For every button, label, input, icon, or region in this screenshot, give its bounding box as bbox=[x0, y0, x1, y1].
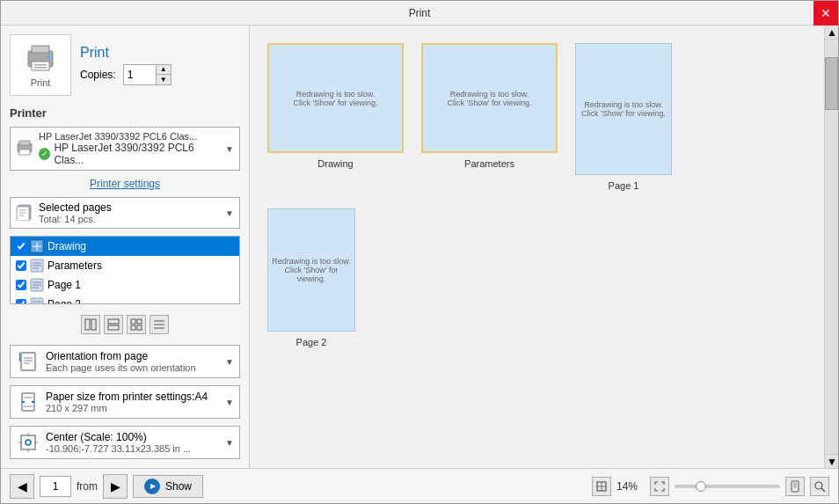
page-label-page1: Page 1 bbox=[47, 279, 81, 291]
title-bar-title: Print bbox=[409, 7, 431, 19]
preview-parameters-inner: Redrawing is too slow.Click 'Show' for v… bbox=[421, 43, 558, 153]
page-label-page2: Page 2 bbox=[47, 298, 81, 304]
svg-rect-11 bbox=[17, 207, 29, 221]
print-title: Print bbox=[80, 45, 171, 61]
preview-drawing-label: Drawing bbox=[317, 158, 353, 169]
printer-dropdown-arrow: ▼ bbox=[225, 144, 234, 154]
svg-point-5 bbox=[47, 55, 50, 59]
preview-scroll[interactable]: Redrawing is too slow.Click 'Show' for v… bbox=[250, 26, 824, 468]
page-checkbox-parameters[interactable] bbox=[16, 260, 26, 271]
orientation-text: Orientation from page Each page uses its… bbox=[46, 350, 220, 373]
svg-rect-32 bbox=[108, 319, 119, 324]
orientation-sub: Each page uses its own orientation bbox=[46, 362, 220, 373]
selected-pages-header[interactable]: Selected pages Total: 14 pcs. ▼ bbox=[10, 197, 240, 229]
copies-up-arrow[interactable]: ▲ bbox=[157, 65, 171, 75]
center-icon bbox=[16, 430, 40, 455]
svg-point-56 bbox=[26, 440, 31, 445]
zoom-fit-button[interactable] bbox=[592, 477, 611, 496]
preview-page2-inner: Redrawing is too slow.Click 'Show' for v… bbox=[267, 208, 355, 332]
preview-area: Redrawing is too slow.Click 'Show' for v… bbox=[250, 26, 824, 365]
page-checkbox-page1[interactable] bbox=[16, 280, 26, 290]
close-button[interactable]: ✕ bbox=[813, 1, 838, 26]
zoom-percent: 14% bbox=[616, 480, 645, 493]
center-option[interactable]: Center (Scale: 100%) -10.906;-7.727 33.1… bbox=[10, 426, 240, 459]
zoom-slider[interactable] bbox=[675, 485, 780, 488]
selected-pages-title-label: Selected pages bbox=[39, 201, 220, 214]
main-content: Print Print Copies: ▲ ▼ bbox=[1, 26, 838, 468]
zoom-slider-thumb[interactable] bbox=[696, 481, 706, 492]
svg-rect-33 bbox=[108, 325, 119, 330]
printer-selector-icon bbox=[16, 139, 33, 159]
page-checkbox-drawing[interactable] bbox=[16, 241, 26, 252]
svg-rect-3 bbox=[34, 64, 47, 66]
page-number-input[interactable] bbox=[40, 476, 71, 497]
zoom-extend-button[interactable] bbox=[650, 477, 669, 496]
copies-down-arrow[interactable]: ▼ bbox=[157, 75, 171, 84]
printer-name: HP LaserJet 3390/3392 PCL6 Clas... bbox=[39, 131, 220, 142]
preview-page1-inner: Redrawing is too slow.Click 'Show' for v… bbox=[575, 43, 672, 175]
svg-rect-1 bbox=[32, 46, 49, 53]
page-checkbox-page2[interactable] bbox=[16, 299, 26, 304]
green-check-icon bbox=[39, 148, 50, 160]
center-svg bbox=[18, 432, 39, 453]
toolbar-row bbox=[10, 311, 240, 338]
svg-rect-51 bbox=[21, 435, 35, 449]
zoom-section: 14% bbox=[592, 477, 829, 496]
nav-prev-button[interactable]: ◀ bbox=[10, 474, 34, 499]
page1-icon bbox=[30, 278, 44, 292]
center-arrow: ▼ bbox=[225, 438, 234, 448]
svg-rect-41 bbox=[21, 353, 35, 370]
scrollbar-thumb[interactable] bbox=[825, 57, 838, 110]
paper-option[interactable]: Paper size from printer settings:A4 210 … bbox=[10, 385, 240, 419]
center-sub: -10.906;-7.727 33.11x23.385 in ... bbox=[46, 443, 220, 454]
show-button[interactable]: Show bbox=[133, 475, 203, 498]
paper-icon bbox=[16, 390, 40, 414]
zoom-page-icon bbox=[789, 480, 801, 493]
layout-icon-2 bbox=[107, 318, 120, 331]
title-bar: Print ✕ bbox=[1, 1, 838, 26]
zoom-slider-wrap bbox=[675, 485, 780, 488]
page2-icon bbox=[30, 297, 44, 304]
from-label: from bbox=[77, 480, 98, 493]
printer-sub-row: HP LaserJet 3390/3392 PCL6 Clas... bbox=[39, 142, 220, 166]
orientation-title: Orientation from page bbox=[46, 350, 220, 362]
printer-settings-link[interactable]: Printer settings bbox=[10, 178, 240, 190]
toolbar-btn-2[interactable] bbox=[104, 315, 123, 334]
svg-rect-2 bbox=[32, 62, 49, 70]
page-item-page1[interactable]: Page 1 bbox=[11, 275, 239, 295]
toolbar-btn-1[interactable] bbox=[81, 315, 100, 334]
scroll-down-button[interactable]: ▼ bbox=[825, 454, 838, 468]
toolbar-btn-3[interactable] bbox=[127, 315, 146, 334]
printer-selector[interactable]: HP LaserJet 3390/3392 PCL6 Clas... HP La… bbox=[10, 127, 240, 171]
svg-rect-35 bbox=[137, 319, 142, 324]
page-item-parameters[interactable]: Parameters bbox=[11, 256, 239, 275]
bottom-bar: ◀ from ▶ Show 14% bbox=[1, 468, 838, 503]
show-button-icon bbox=[144, 478, 160, 494]
preview-row-2: Redrawing is too slow.Click 'Show' for v… bbox=[267, 208, 806, 347]
svg-rect-36 bbox=[131, 325, 135, 330]
right-panel: Redrawing is too slow.Click 'Show' for v… bbox=[250, 26, 838, 468]
zoom-search-button[interactable] bbox=[810, 477, 829, 496]
page-item-drawing[interactable]: Drawing bbox=[11, 237, 239, 256]
copies-label: Copies: bbox=[80, 69, 116, 81]
svg-rect-34 bbox=[131, 319, 135, 324]
nav-next-button[interactable]: ▶ bbox=[103, 474, 128, 499]
orientation-option[interactable]: Orientation from page Each page uses its… bbox=[10, 345, 240, 378]
paper-sub: 210 x 297 mm bbox=[46, 403, 220, 413]
copies-arrows: ▲ ▼ bbox=[156, 65, 171, 84]
list-icon bbox=[153, 318, 165, 331]
zoom-page-button[interactable] bbox=[785, 477, 805, 496]
selected-pages-dropdown-arrow: ▼ bbox=[225, 208, 234, 218]
left-panel: Print Print Copies: ▲ ▼ bbox=[1, 26, 250, 468]
preview-page-page2: Redrawing is too slow.Click 'Show' for v… bbox=[267, 208, 355, 347]
scrollbar-right[interactable]: ▲ ▼ bbox=[824, 26, 838, 468]
page-item-page2[interactable]: Page 2 bbox=[11, 295, 239, 304]
copies-input[interactable] bbox=[124, 65, 156, 84]
paper-arrow: ▼ bbox=[225, 398, 234, 407]
scroll-up-button[interactable]: ▲ bbox=[825, 26, 838, 40]
svg-rect-8 bbox=[19, 150, 30, 155]
svg-rect-45 bbox=[19, 353, 20, 362]
toolbar-btn-4[interactable] bbox=[150, 315, 169, 334]
selected-pages-info: Selected pages Total: 14 pcs. bbox=[39, 201, 220, 224]
search-icon bbox=[813, 480, 826, 493]
